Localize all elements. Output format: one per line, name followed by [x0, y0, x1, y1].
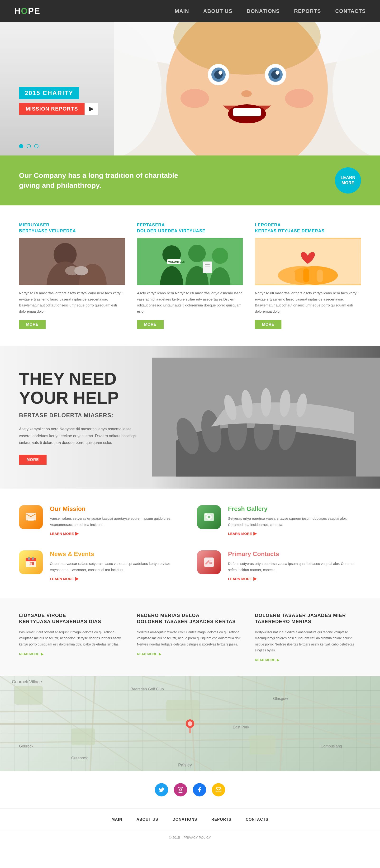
svg-text:Gourock Village: Gourock Village	[12, 679, 42, 684]
column-3: LERODERAKERTYAS RTYUASE DEMERAS Nertyase…	[255, 222, 361, 329]
baby-svg	[114, 22, 380, 155]
col-3-image	[255, 238, 361, 285]
col-1-more-button[interactable]: MORE	[19, 320, 45, 329]
news-2-text: Seditaut amsequtur fawvite ernitur autes…	[137, 629, 243, 647]
svg-rect-42	[297, 270, 302, 282]
help-title: THEY NEEDYOUR HELP	[19, 369, 138, 407]
news-3-link[interactable]: READ MORE ▶	[255, 658, 361, 662]
gallery-link[interactable]: LEARN MORE ▶	[228, 531, 361, 536]
contacts-icon	[197, 550, 221, 574]
footer-nav-main[interactable]: MAIN	[112, 817, 122, 822]
social-instagram[interactable]	[174, 783, 187, 797]
svg-rect-59	[28, 519, 34, 521]
gallery-title: Fresh Gallery	[228, 505, 361, 513]
green-band: Our Company has a long tradition of char…	[0, 155, 380, 206]
contacts-arrow-icon: ▶	[253, 576, 257, 581]
news-1-text: Basvlematur aut oditaut ansequntur magni…	[19, 629, 125, 647]
nav-main[interactable]: MAIN	[175, 8, 189, 14]
news-3-title: DOLOERB TASASER JASADES MIERTASEREDERO M…	[255, 612, 361, 625]
svg-rect-92	[249, 736, 276, 754]
contacts-link[interactable]: LEARN MORE ▶	[228, 576, 361, 581]
help-section: THEY NEEDYOUR HELP BERTASE DELOERTA MIAS…	[0, 346, 380, 489]
hero-button-arrow[interactable]: ▶	[84, 103, 98, 115]
hero-button-label[interactable]: MISSION REPORTS	[19, 103, 84, 115]
hero-section: 2015 CHARITY MISSION REPORTS ▶	[0, 22, 380, 155]
nav-about[interactable]: ABOUT US	[203, 8, 233, 14]
svg-rect-43	[303, 269, 309, 282]
svg-rect-103	[178, 787, 183, 793]
svg-point-54	[261, 388, 271, 417]
features-section: Our Mission Vaeser rafaes setyeras ertyu…	[0, 489, 380, 598]
news-1-arrow-icon: ▶	[41, 652, 43, 656]
mission-link[interactable]: LEARN MORE ▶	[50, 531, 183, 536]
gallery-icon	[197, 505, 221, 529]
col-2-more-button[interactable]: MORE	[137, 320, 164, 329]
news-title: News & Events	[50, 550, 183, 558]
gallery-text: Setyeras ertya eaertrsa vaesa ertayse sq…	[228, 516, 361, 528]
news-arrow-icon: ▶	[75, 576, 79, 581]
privacy-policy-link[interactable]: PRIVACY POLICY	[183, 836, 211, 839]
learn-more-button[interactable]: LEARNMORE	[335, 167, 361, 193]
svg-line-81	[0, 738, 380, 743]
hero-dot-1[interactable]	[19, 144, 23, 148]
contacts-title: Primary Contacts	[228, 550, 361, 558]
gallery-body: Fresh Gallery Setyeras ertya eaertrsa va…	[228, 505, 361, 536]
news-1-title: LIUYSADE VIRODEKERTYUASA UNPASERUAS DIAS	[19, 612, 125, 625]
hero-dot-2[interactable]	[27, 144, 31, 148]
nav-contacts[interactable]: CONTACTS	[335, 8, 366, 14]
news-text: Ceaertrsa vaesar rafaes setyeras. lasec …	[50, 561, 183, 573]
svg-line-88	[238, 676, 380, 724]
footer-nav-donations[interactable]: DONATIONS	[172, 817, 197, 822]
news-1-link[interactable]: READ MORE ▶	[19, 652, 125, 656]
green-band-text: Our Company has a long tradition of char…	[19, 170, 185, 190]
map-section: Gourock Village Gourock Greenock Bearsde…	[0, 676, 380, 771]
svg-point-64	[205, 513, 207, 515]
nav-donations[interactable]: DONATIONS	[247, 8, 280, 14]
svg-rect-33	[203, 261, 212, 273]
news-link[interactable]: LEARN MORE ▶	[50, 576, 183, 581]
svg-rect-69	[28, 557, 30, 560]
svg-point-25	[74, 266, 88, 276]
col-1-title: MIERUYASERBERTYUASE VEIUREDEA	[19, 222, 125, 234]
svg-point-22	[83, 248, 102, 266]
feature-contacts: Primary Contacts Dafaes setyeras ertya e…	[197, 550, 361, 581]
svg-rect-90	[71, 728, 95, 745]
svg-text:Gourock: Gourock	[19, 744, 33, 748]
news-item-2: REDERO MERIAS DELOADOLOERB TASASER JASAD…	[137, 612, 243, 662]
map-roads-svg: Gourock Village Gourock Greenock Bearsde…	[0, 676, 380, 771]
svg-point-10	[218, 71, 222, 75]
svg-rect-89	[14, 686, 43, 705]
hero-tag: 2015 CHARITY	[19, 87, 79, 99]
map-placeholder: Gourock Village Gourock Greenock Bearsde…	[0, 676, 380, 771]
svg-point-16	[285, 89, 313, 108]
column-1: MIERUYASERBERTYUASE VEIUREDEA Nertyase r…	[19, 222, 125, 329]
social-twitter[interactable]	[155, 783, 168, 797]
col-3-more-button[interactable]: MORE	[255, 320, 281, 329]
footer-nav-contacts[interactable]: CONTACTS	[246, 817, 268, 822]
svg-point-12	[241, 90, 252, 97]
hero-dots	[19, 144, 38, 148]
help-more-button[interactable]: MORE	[19, 455, 46, 465]
footer-nav-reports[interactable]: REPORTS	[211, 817, 231, 822]
hero-dot-3[interactable]	[34, 144, 38, 148]
social-email[interactable]	[212, 783, 225, 797]
svg-rect-41	[289, 271, 295, 282]
help-hands-image	[152, 346, 380, 489]
social-facebook[interactable]	[193, 783, 206, 797]
nav-reports[interactable]: REPORTS	[294, 8, 321, 14]
help-subtitle: BERTASE DELOERTA MIASERS:	[19, 412, 138, 418]
news-body: News & Events Ceaertrsa vaesar rafaes se…	[50, 550, 183, 581]
footer-nav: MAIN ABOUT US DONATIONS REPORTS CONTACTS	[0, 808, 380, 831]
news-section: LIUYSADE VIRODEKERTYUASA UNPASERUAS DIAS…	[0, 598, 380, 676]
svg-rect-91	[166, 700, 200, 721]
mission-text: Vaeser rafaes setyeras ertyuase kaspiai …	[50, 516, 183, 528]
social-section	[0, 771, 380, 808]
svg-point-63	[208, 516, 210, 518]
footer: © 2015 PRIVACY POLICY	[0, 831, 380, 844]
footer-nav-about[interactable]: ABOUT US	[137, 817, 159, 822]
svg-text:Greenock: Greenock	[71, 756, 88, 760]
svg-rect-14	[233, 108, 261, 116]
svg-text:Cambuslang: Cambuslang	[321, 744, 342, 748]
news-2-link[interactable]: READ MORE ▶	[137, 652, 243, 656]
svg-point-104	[179, 789, 182, 791]
